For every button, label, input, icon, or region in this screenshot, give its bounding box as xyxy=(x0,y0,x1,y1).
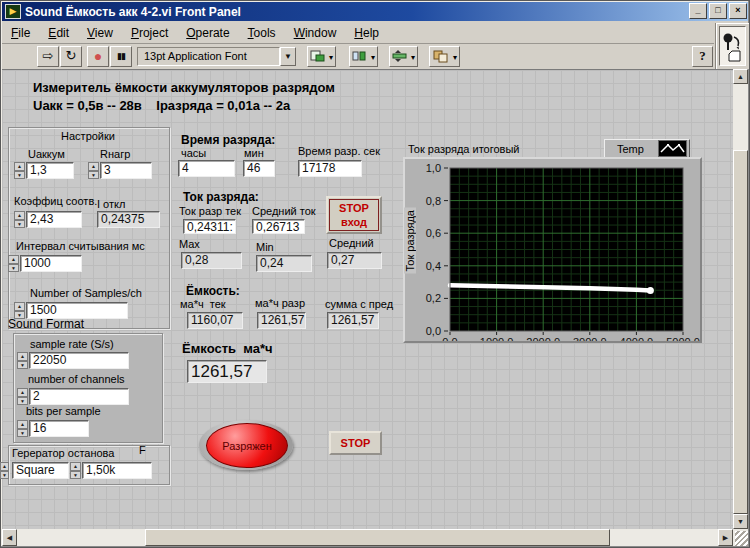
stop-button[interactable]: STOP xyxy=(329,431,382,455)
plot-style-icon[interactable] xyxy=(658,140,687,157)
waveform-chart[interactable]: 0,01000,02000,03000,04000,05000,00,00,20… xyxy=(403,157,702,343)
sample-rate-label: sample rate (S/s) xyxy=(30,338,114,350)
hours-indicator: 4 xyxy=(178,160,235,177)
koeff-input[interactable]: 2,43 xyxy=(26,211,82,228)
spinner-up-icon[interactable]: ▲ xyxy=(14,162,25,171)
rnagr-spinner[interactable]: ▲▼ xyxy=(88,162,99,179)
font-selector-dropdown-icon[interactable]: ▼ xyxy=(280,47,296,66)
maximize-button[interactable]: □ xyxy=(709,3,727,19)
scroll-down-icon[interactable]: ▼ xyxy=(733,514,748,529)
minutes-label: мин xyxy=(244,147,264,159)
chart-legend[interactable]: Temp xyxy=(604,139,690,158)
toolbar: ⇨ ↻ ● ▮▮ 13pt Application Font ▼ ▾ ▾ ▾ ▾… xyxy=(2,44,714,70)
spinner-up-icon[interactable]: ▲ xyxy=(14,302,25,311)
koeff-spinner[interactable]: ▲▼ xyxy=(14,211,25,228)
spinner-down-icon[interactable]: ▼ xyxy=(8,264,19,273)
interval-spinner[interactable]: ▲▼ xyxy=(8,255,19,272)
font-selector[interactable]: 13pt Application Font xyxy=(137,47,280,66)
spinner-down-icon[interactable]: ▼ xyxy=(70,471,81,480)
sample-rate-input[interactable]: 22050 xyxy=(29,352,129,369)
resize-objects-icon: ▾ xyxy=(392,49,416,64)
bits-input[interactable]: 16 xyxy=(29,420,89,437)
min-label: Min xyxy=(256,241,274,253)
menu-file[interactable]: File xyxy=(2,23,39,42)
svg-text:4000,0: 4000,0 xyxy=(620,336,654,341)
koeff-label: Коэффиц соотв. xyxy=(14,195,97,207)
pause-button[interactable]: ▮▮ xyxy=(110,46,132,67)
menu-edit[interactable]: Edit xyxy=(39,23,78,42)
capacity-total-label: Ёмкость ма*ч xyxy=(182,343,273,355)
labview-app-icon: ▶ xyxy=(5,4,21,19)
spinner-up-icon[interactable]: ▲ xyxy=(17,388,28,397)
spinner-down-icon[interactable]: ▼ xyxy=(14,220,25,229)
distribute-objects-button[interactable]: ▾ xyxy=(349,46,378,67)
scroll-left-icon[interactable]: ◀ xyxy=(2,529,17,546)
bits-spinner[interactable]: ▲▼ xyxy=(17,420,28,437)
spinner-up-icon[interactable]: ▲ xyxy=(14,211,25,220)
vertical-scroll-thumb[interactable] xyxy=(733,150,748,514)
stop-input-button[interactable]: STOP вход xyxy=(326,196,382,234)
spinner-down-icon[interactable]: ▼ xyxy=(17,397,28,406)
window-resize-grip[interactable] xyxy=(735,531,748,546)
menu-view[interactable]: View xyxy=(78,23,122,42)
menu-window[interactable]: Window xyxy=(285,23,346,42)
spinner-up-icon[interactable]: ▲ xyxy=(17,352,28,361)
pause-icon: ▮▮ xyxy=(117,51,125,61)
menu-operate[interactable]: Operate xyxy=(177,23,238,42)
spinner-down-icon[interactable]: ▼ xyxy=(88,171,99,180)
channels-input[interactable]: 2 xyxy=(29,388,129,405)
abort-button[interactable]: ● xyxy=(87,46,109,67)
scroll-up-icon[interactable]: ▲ xyxy=(733,69,748,84)
spinner-down-icon[interactable]: ▼ xyxy=(17,429,28,438)
horizontal-scroll-thumb[interactable] xyxy=(145,529,610,546)
menu-tools[interactable]: Tools xyxy=(239,23,285,42)
frequency-input[interactable]: 1,50k xyxy=(82,462,152,479)
sample-rate-spinner[interactable]: ▲▼ xyxy=(17,352,28,369)
waveform-select[interactable]: Square xyxy=(12,462,69,479)
channels-spinner[interactable]: ▲▼ xyxy=(17,388,28,405)
scroll-right-icon[interactable]: ▶ xyxy=(718,529,733,546)
interval-input[interactable]: 1000 xyxy=(20,255,82,272)
spinner-up-icon[interactable]: ▲ xyxy=(0,462,9,471)
spinner-down-icon[interactable]: ▼ xyxy=(17,361,28,370)
resize-objects-button[interactable]: ▾ xyxy=(389,46,418,67)
reorder-objects-button[interactable]: ▾ xyxy=(429,46,460,67)
context-help-button[interactable]: ? xyxy=(692,46,713,67)
uakkum-input[interactable]: 1,3 xyxy=(26,162,74,179)
menu-bar: File Edit View Project Operate Tools Win… xyxy=(2,21,714,44)
spinner-up-icon[interactable]: ▲ xyxy=(8,255,19,264)
waveform-spinner[interactable]: ▲▼ xyxy=(0,462,9,479)
spinner-down-icon[interactable]: ▼ xyxy=(0,471,9,480)
hours-label: часы xyxy=(181,147,206,159)
vertical-scrollbar[interactable]: ▲ ▼ xyxy=(733,69,748,529)
uakkum-spinner[interactable]: ▲▼ xyxy=(14,162,25,179)
frequency-spinner[interactable]: ▲▼ xyxy=(70,462,81,479)
min-indicator: 0,24 xyxy=(256,255,312,272)
time-title: Время разряда: xyxy=(181,134,275,146)
spinner-down-icon[interactable]: ▼ xyxy=(14,171,25,180)
close-button[interactable]: × xyxy=(729,3,747,19)
menu-project[interactable]: Project xyxy=(122,23,177,42)
discharged-led[interactable]: Разряжен xyxy=(206,423,288,468)
seconds-indicator: 17178 xyxy=(298,160,362,177)
max-label: Max xyxy=(179,238,200,250)
menu-help[interactable]: Help xyxy=(345,23,388,42)
svg-text:1,0: 1,0 xyxy=(426,162,441,174)
capacity-cur-indicator: 1160,07 xyxy=(187,312,243,329)
tool-indicator-box[interactable] xyxy=(715,23,749,69)
horizontal-scrollbar[interactable]: ◀ ▶ xyxy=(2,529,748,546)
spinner-up-icon[interactable]: ▲ xyxy=(70,462,81,471)
spinner-up-icon[interactable]: ▲ xyxy=(17,420,28,429)
current-title: Ток разряда: xyxy=(183,191,259,203)
rnagr-input[interactable]: 3 xyxy=(100,162,152,179)
chart-title: Ток разряда итоговый xyxy=(408,143,520,155)
run-continuous-button[interactable]: ↻ xyxy=(60,46,82,67)
minimize-button[interactable]: _ xyxy=(689,3,707,19)
align-objects-button[interactable]: ▾ xyxy=(307,46,336,67)
title-bar[interactable]: ▶ Sound Ёмкость акк 4-2.vi Front Panel xyxy=(2,2,748,21)
iotkl-label: I откл xyxy=(97,198,125,210)
seconds-label: Время разр. сек xyxy=(298,145,380,157)
header-title: Измеритель ёмкости аккумуляторов разрядо… xyxy=(33,82,335,94)
spinner-up-icon[interactable]: ▲ xyxy=(88,162,99,171)
run-button[interactable]: ⇨ xyxy=(37,46,59,67)
